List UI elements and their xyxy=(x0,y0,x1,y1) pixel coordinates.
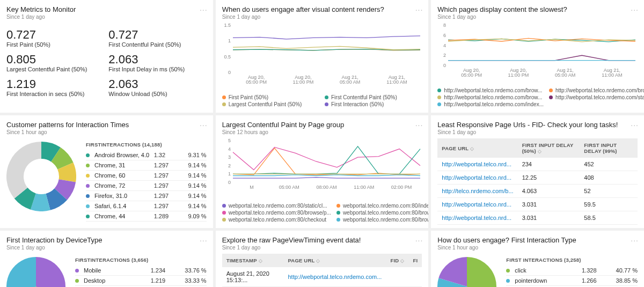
fid99: 61 xyxy=(580,225,638,229)
legend-item: First Interaction (50%) xyxy=(325,101,422,107)
row-value: 1.234 xyxy=(151,267,175,274)
card-subtitle: Since 1 day ago xyxy=(6,245,207,251)
metric-label: Window Unload (50%) xyxy=(108,91,206,97)
sort-icon[interactable]: ◇ xyxy=(259,258,262,263)
page-url-link[interactable]: http://webportal.telco.nrd... xyxy=(442,174,511,181)
legend-item: webportal.telco.nrdemo.com:80/static/cl.… xyxy=(222,203,331,209)
more-icon[interactable]: ··· xyxy=(200,5,208,14)
line-chart[interactable]: 02468Aug 20,05:00 PMAug 20,11:00 PMAug 2… xyxy=(437,23,638,84)
more-icon[interactable]: ··· xyxy=(415,236,423,245)
col-timestamp[interactable]: TIMESTAMP◇ xyxy=(222,254,284,267)
metric-label: Largest Contentful Paint (50%) xyxy=(6,66,104,72)
table-row: pointerdown1.26638.85 % xyxy=(506,276,638,286)
more-icon[interactable]: ··· xyxy=(415,121,423,129)
svg-text:11:00 PM: 11:00 PM xyxy=(508,72,529,78)
metric-label: First Input Delay in ms (50%) xyxy=(108,66,206,72)
fid50: 4.063 xyxy=(518,185,580,198)
card-subtitle: Since 1 day ago xyxy=(437,129,638,135)
svg-text:0: 0 xyxy=(443,63,446,68)
card-subtitle: Since 12 hours ago xyxy=(222,129,422,135)
card-subtitle: Since 1 day ago xyxy=(222,245,422,251)
svg-text:8: 8 xyxy=(443,23,446,28)
more-icon[interactable]: ··· xyxy=(200,121,208,129)
more-icon[interactable]: ··· xyxy=(631,5,639,14)
legend-item: webportal.telco.nrdemo.com:80/browse/p..… xyxy=(336,217,428,223)
more-icon[interactable]: ··· xyxy=(631,121,639,129)
sort-icon[interactable]: ◇ xyxy=(470,146,474,151)
table-row: August 21, 2020 15:13:... http://webport… xyxy=(222,267,422,287)
page-url-link[interactable]: http://webportal.telco.nrdemo.com... xyxy=(288,274,382,280)
table-row: http://webportal.telco.nrd... 234 452 xyxy=(437,158,638,171)
card-title: When do users engage after visual conten… xyxy=(222,5,422,13)
card-subtitle: Since 1 hour ago xyxy=(437,245,638,251)
card-engage: ··· When do users engage after visual co… xyxy=(216,0,429,113)
legend-table: FIRSTINTERACTIONS (14,188) Android Brows… xyxy=(86,142,207,222)
row-label: Chrome, 44 xyxy=(94,213,151,219)
fid50: 3.031 xyxy=(518,225,580,229)
data-table: TIMESTAMP◇ PAGE URL◇ FID◇ FI August 21, … xyxy=(222,254,422,287)
card-title: Key Metrics to Monitor xyxy=(6,5,207,13)
svg-text:0: 0 xyxy=(228,180,231,185)
metric-value: 2.063 xyxy=(108,53,206,65)
row-label: click xyxy=(515,267,579,274)
page-url-link[interactable]: http://telco.nrdemo.com/b... xyxy=(442,188,513,194)
row-value: 1.219 xyxy=(151,277,175,284)
table-row: Safari, 6.1.41.2979.14 % xyxy=(86,201,207,211)
row-value: 1.297 xyxy=(154,162,179,168)
card-title: Customer patterns for Interaction Times xyxy=(6,121,207,129)
svg-text:11:00 AM: 11:00 AM xyxy=(354,185,374,190)
table-row: http://webportal.telco.nrd... 3.031 58.5 xyxy=(437,211,638,225)
chart-legend: http://webportal.telco.nrdemo.com/brow..… xyxy=(437,87,638,107)
table-row: Chrome, 721.2979.14 % xyxy=(86,181,207,191)
row-pct: 9.31 % xyxy=(182,152,207,158)
sort-icon[interactable]: ◇ xyxy=(538,149,541,154)
legend-item: http://webportal.telco.nrdemo.com/brow..… xyxy=(437,94,544,100)
metrics-grid: 0.727First Paint (50%)0.727First Content… xyxy=(6,28,207,97)
legend-title: FIRSTINTERACTIONS (14,188) xyxy=(86,142,207,148)
row-label: Chrome, 72 xyxy=(94,182,151,189)
svg-text:02:00 PM: 02:00 PM xyxy=(391,185,412,190)
row-pct: 9.14 % xyxy=(182,193,207,199)
card-patterns: ··· Customer patterns for Interaction Ti… xyxy=(0,115,213,228)
metric: 0.727First Paint (50%) xyxy=(6,28,104,48)
more-icon[interactable]: ··· xyxy=(631,236,639,245)
page-url-link[interactable]: http://webportal.telco.nrd... xyxy=(442,215,511,221)
legend-table: FIRSTINTERACTIONS (3,656) Mobile1.23433.… xyxy=(75,257,207,286)
col-fi[interactable]: FI xyxy=(408,254,422,267)
metric-value: 2.063 xyxy=(108,78,206,90)
more-icon[interactable]: ··· xyxy=(200,236,208,245)
chart-legend: First Paint (50%)First Contentful Paint … xyxy=(222,94,422,107)
col-fid[interactable]: FID◇ xyxy=(386,254,408,267)
more-icon[interactable]: ··· xyxy=(415,5,423,14)
row-label: Chrome, 60 xyxy=(94,172,151,179)
svg-text:1: 1 xyxy=(228,171,231,176)
line-chart[interactable]: 012345M05:00 AM08:00 AM11:00 AM02:00 PM xyxy=(222,138,422,200)
card-subtitle: Since 1 hour ago xyxy=(6,129,207,135)
fid99: 408 xyxy=(580,171,638,185)
svg-text:0.5: 0.5 xyxy=(224,54,231,60)
donut-chart[interactable] xyxy=(437,257,496,287)
col-page-url[interactable]: PAGE URL◇ xyxy=(284,254,386,267)
row-label: Safari, 6.1.4 xyxy=(94,203,151,209)
col-fid50[interactable]: FIRST INPUT DELAY (50%)◇ xyxy=(518,138,580,158)
metric-label: First Interaction in secs (50%) xyxy=(6,91,104,97)
line-chart[interactable]: 00.511.5Aug 20,05:00 PMAug 20,11:00 PMAu… xyxy=(222,23,422,91)
donut-chart[interactable] xyxy=(6,257,65,287)
page-url-link[interactable]: http://webportal.telco.nrd... xyxy=(442,161,511,167)
sort-icon[interactable]: ◇ xyxy=(400,258,404,263)
donut-chart[interactable] xyxy=(6,142,76,211)
row-pct: 9.09 % xyxy=(182,213,207,219)
row-value: 1.32 xyxy=(154,152,179,158)
col-fid99[interactable]: FIRST INPUT DELAY (99%) xyxy=(580,138,638,158)
card-least-responsive: ··· Least Responsive Page Urls - FID- Ch… xyxy=(431,115,644,228)
page-url-link[interactable]: http://webportal.telco.nrd... xyxy=(442,201,511,208)
fid50: 234 xyxy=(518,158,580,171)
row-value: 1.297 xyxy=(154,182,179,189)
card-subtitle: Since 1 day ago xyxy=(437,14,638,20)
table-row: http://webportal.telco.nrd... 3.031 61 xyxy=(437,225,638,229)
sort-icon[interactable]: ◇ xyxy=(316,258,320,263)
col-page-url[interactable]: PAGE URL◇ xyxy=(437,138,517,158)
svg-text:11:00 PM: 11:00 PM xyxy=(292,79,313,85)
legend-item: http://webportal.telco.nrdemo.com/brow..… xyxy=(437,87,544,93)
legend-item: http://webportal.telco.nrdemo.com/static… xyxy=(549,94,644,100)
